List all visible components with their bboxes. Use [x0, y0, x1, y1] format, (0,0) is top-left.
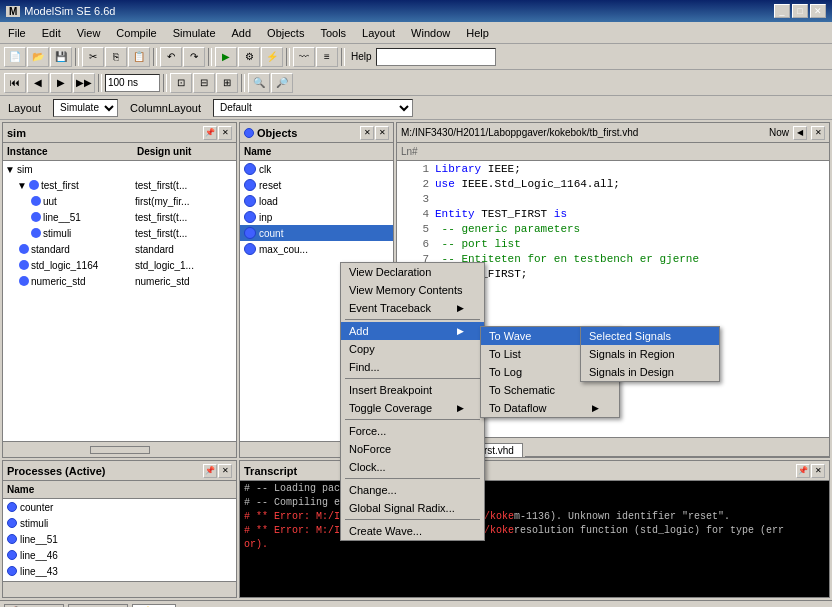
column-layout-select[interactable]: Default	[213, 99, 413, 117]
tb-paste[interactable]: 📋	[128, 47, 150, 67]
menu-file[interactable]: File	[0, 25, 34, 41]
tb2-bp2[interactable]: ⊟	[193, 73, 215, 93]
menu-objects[interactable]: Objects	[259, 25, 312, 41]
sim-time-input[interactable]	[105, 74, 160, 92]
tb-sim[interactable]: ⚡	[261, 47, 283, 67]
sim-row-stimuli[interactable]: stimuli test_first(t...	[3, 225, 236, 241]
objects-panel-pin[interactable]: ✕	[360, 126, 374, 140]
ctx-clock[interactable]: Clock...	[341, 458, 484, 476]
transcript-line-4: # ** Error: M:/INF3430/H2011/Laboppgaver…	[244, 525, 825, 539]
obj-reset[interactable]: reset	[240, 177, 393, 193]
ctx-sep2	[345, 378, 480, 379]
submenu-signals-in-region[interactable]: Signals in Region	[581, 345, 719, 363]
tb-redo[interactable]: ↷	[183, 47, 205, 67]
tb2-bp[interactable]: ⊡	[170, 73, 192, 93]
transcript-content[interactable]: # -- Loading package numeric_std # -- Co…	[240, 481, 829, 597]
obj-count[interactable]: count	[240, 225, 393, 241]
sim-row-std_logic[interactable]: std_logic_1164 std_logic_1...	[3, 257, 236, 273]
tb2-zoomout[interactable]: 🔎	[271, 73, 293, 93]
maximize-button[interactable]: □	[792, 4, 808, 18]
tb-undo[interactable]: ↶	[160, 47, 182, 67]
ctx-view-declaration[interactable]: View Declaration	[341, 263, 484, 281]
help-input[interactable]	[376, 48, 496, 66]
ctx-toggle-cov[interactable]: Toggle Coverage ▶	[341, 399, 484, 417]
tb-wave[interactable]: 〰	[293, 47, 315, 67]
obj-clk-icon	[244, 163, 256, 175]
tb-compile[interactable]: ⚙	[238, 47, 260, 67]
tb2-back[interactable]: ◀	[27, 73, 49, 93]
proc-counter[interactable]: counter	[3, 499, 236, 515]
sim-row-sim[interactable]: ▼sim	[3, 161, 236, 177]
tb-sep2	[153, 48, 157, 66]
ctx-event-traceback[interactable]: Event Traceback ▶	[341, 299, 484, 317]
tb-open[interactable]: 📂	[27, 47, 49, 67]
close-button[interactable]: ✕	[810, 4, 826, 18]
ctx-view-memory[interactable]: View Memory Contents	[341, 281, 484, 299]
menu-edit[interactable]: Edit	[34, 25, 69, 41]
sim-panel-pin[interactable]: 📌	[203, 126, 217, 140]
objects-panel-close[interactable]: ✕	[375, 126, 389, 140]
menu-compile[interactable]: Compile	[108, 25, 164, 41]
submenu-selected-signals[interactable]: Selected Signals	[581, 327, 719, 345]
processes-close[interactable]: ✕	[218, 464, 232, 478]
tb-new[interactable]: 📄	[4, 47, 26, 67]
ctx-copy[interactable]: Copy	[341, 340, 484, 358]
sim-panel-close[interactable]: ✕	[218, 126, 232, 140]
processes-pin[interactable]: 📌	[203, 464, 217, 478]
proc-line46[interactable]: line__46	[3, 547, 236, 563]
code-line-2: 2use IEEE.Std_Logic_1164.all;	[401, 178, 825, 193]
tb2-step[interactable]: ▶	[50, 73, 72, 93]
transcript-pin[interactable]: 📌	[796, 464, 810, 478]
tb2-cont[interactable]: ▶▶	[73, 73, 95, 93]
ctx-insert-bp[interactable]: Insert Breakpoint	[341, 381, 484, 399]
tb2-zoom[interactable]: 🔍	[248, 73, 270, 93]
obj-clk[interactable]: clk	[240, 161, 393, 177]
obj-max_count[interactable]: max_cou...	[240, 241, 393, 257]
menu-tools[interactable]: Tools	[312, 25, 354, 41]
menu-help[interactable]: Help	[458, 25, 497, 41]
ctx-change[interactable]: Change...	[341, 481, 484, 499]
ctx-noforce[interactable]: NoForce	[341, 440, 484, 458]
tb-save[interactable]: 💾	[50, 47, 72, 67]
menu-view[interactable]: View	[69, 25, 109, 41]
sim-row-standard[interactable]: standard standard	[3, 241, 236, 257]
submenu-signals-in-design[interactable]: Signals in Design	[581, 363, 719, 381]
obj-inp[interactable]: inp	[240, 209, 393, 225]
ctx-create-wave[interactable]: Create Wave...	[341, 522, 484, 540]
transcript-close[interactable]: ✕	[811, 464, 825, 478]
sim-row-test_first[interactable]: ▼test_first test_first(t...	[3, 177, 236, 193]
proc-stimuli[interactable]: stimuli	[3, 515, 236, 531]
obj-count-icon	[244, 227, 256, 239]
tb2-restart[interactable]: ⏮	[4, 73, 26, 93]
proc-line43[interactable]: line__43	[3, 563, 236, 579]
editor-close[interactable]: ✕	[811, 126, 825, 140]
tb-run[interactable]: ▶	[215, 47, 237, 67]
sim-row-line51[interactable]: line__51 test_first(t...	[3, 209, 236, 225]
editor-pin[interactable]: ◀	[793, 126, 807, 140]
proc-line51[interactable]: line__51	[3, 531, 236, 547]
submenu-to-schematic[interactable]: To Schematic	[481, 381, 619, 399]
tb2-sep2	[163, 74, 167, 92]
tb2-bp3[interactable]: ⊞	[216, 73, 238, 93]
submenu-to-dataflow[interactable]: To Dataflow ▶	[481, 399, 619, 417]
tb-cut[interactable]: ✂	[82, 47, 104, 67]
objects-panel-title: Objects	[244, 127, 297, 139]
ctx-force[interactable]: Force...	[341, 422, 484, 440]
column-layout-label: ColumnLayout	[130, 102, 201, 114]
menu-add[interactable]: Add	[224, 25, 260, 41]
ctx-global-radix[interactable]: Global Signal Radix...	[341, 499, 484, 517]
menu-window[interactable]: Window	[403, 25, 458, 41]
ctx-add[interactable]: Add ▶	[341, 322, 484, 340]
layout-select[interactable]: Simulate	[53, 99, 118, 117]
tb-list[interactable]: ≡	[316, 47, 338, 67]
tb-copy[interactable]: ⎘	[105, 47, 127, 67]
minimize-button[interactable]: _	[774, 4, 790, 18]
sim-row-uut[interactable]: uut first(my_fir...	[3, 193, 236, 209]
ctx-find[interactable]: Find...	[341, 358, 484, 376]
obj-load-name: load	[259, 196, 278, 207]
menu-layout[interactable]: Layout	[354, 25, 403, 41]
menu-simulate[interactable]: Simulate	[165, 25, 224, 41]
submenu-signals-in-design-label: Signals in Design	[589, 366, 674, 378]
obj-load[interactable]: load	[240, 193, 393, 209]
sim-row-numeric_std[interactable]: numeric_std numeric_std	[3, 273, 236, 289]
